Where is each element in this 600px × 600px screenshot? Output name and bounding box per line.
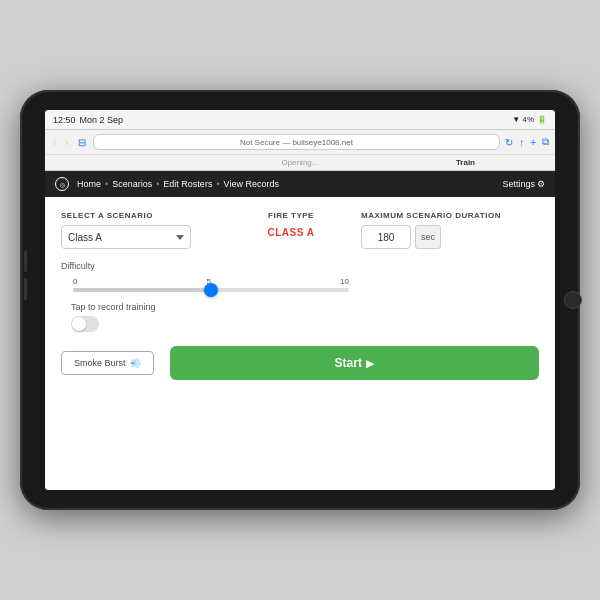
- slider-track[interactable]: [73, 288, 349, 292]
- bookmarks-button[interactable]: ⊟: [76, 137, 88, 148]
- difficulty-label: Difficulty: [61, 261, 539, 271]
- header-nav: ◎ Home • Scenarios • Edit Rosters • View…: [55, 177, 279, 191]
- status-bar: 12:50 Mon 2 Sep ▼ 4% 🔋: [45, 110, 555, 130]
- share-icon[interactable]: ↑: [519, 137, 524, 148]
- fire-type-value: CLASS A: [267, 227, 314, 238]
- start-button[interactable]: Start ▶: [170, 346, 539, 380]
- form-row: SELECT A SCENARIO Class A Class B Class …: [61, 211, 539, 249]
- smoke-icon: 💨: [130, 358, 141, 368]
- forward-button[interactable]: ›: [63, 137, 70, 148]
- battery-icon: 🔋: [537, 115, 547, 124]
- main-content: SELECT A SCENARIO Class A Class B Class …: [45, 197, 555, 490]
- toggle-switch[interactable]: [71, 316, 99, 332]
- screen: 12:50 Mon 2 Sep ▼ 4% 🔋 ‹ › ⊟ Not Secure …: [45, 110, 555, 490]
- smoke-burst-button[interactable]: Smoke Burst 💨: [61, 351, 154, 375]
- tap-label: Tap to record training: [71, 302, 539, 312]
- smoke-burst-label: Smoke Burst: [74, 358, 126, 368]
- slider-fill: [73, 288, 211, 292]
- difficulty-section: Difficulty 0 5 10: [61, 261, 539, 292]
- settings-button[interactable]: Settings ⚙: [502, 179, 545, 189]
- nav-edit-rosters[interactable]: Edit Rosters: [163, 179, 212, 189]
- nav-sep-3: •: [216, 179, 219, 189]
- logo-icon: ◎: [60, 181, 65, 188]
- nav-sep-2: •: [156, 179, 159, 189]
- volume-up-button: [24, 250, 27, 272]
- volume-down-button: [24, 278, 27, 300]
- date-display: Mon 2 Sep: [80, 115, 124, 125]
- max-duration-col: MAXIMUM SCENARIO DURATION sec: [361, 211, 539, 249]
- fire-type-label: FIRE TYPE: [268, 211, 314, 220]
- side-buttons: [24, 250, 27, 300]
- home-button[interactable]: [564, 291, 582, 309]
- app-header: ◎ Home • Scenarios • Edit Rosters • View…: [45, 171, 555, 197]
- address-text: Not Secure — bullseye1008.net: [240, 138, 353, 147]
- duration-input[interactable]: [361, 225, 411, 249]
- browser-tab-bar: Opening... Train: [45, 154, 555, 170]
- browser-bar: ‹ › ⊟ Not Secure — bullseye1008.net ↻ ↑ …: [45, 130, 555, 171]
- max-duration-label: MAXIMUM SCENARIO DURATION: [361, 211, 501, 220]
- browser-icons: ↻ ↑ + ⧉: [505, 136, 549, 148]
- address-bar[interactable]: Not Secure — bullseye1008.net: [93, 134, 500, 150]
- scenario-label: SELECT A SCENARIO: [61, 211, 153, 220]
- nav-home[interactable]: Home: [77, 179, 101, 189]
- browser-nav: ‹ › ⊟ Not Secure — bullseye1008.net ↻ ↑ …: [45, 130, 555, 154]
- nav-sep-1: •: [105, 179, 108, 189]
- tap-section: Tap to record training: [71, 302, 539, 332]
- scenario-select[interactable]: Class A Class B Class C: [61, 225, 191, 249]
- play-icon: ▶: [366, 358, 374, 369]
- back-button[interactable]: ‹: [51, 137, 58, 148]
- toggle-knob: [72, 317, 86, 331]
- new-tab-icon[interactable]: +: [530, 137, 536, 148]
- tablet-shell: 12:50 Mon 2 Sep ▼ 4% 🔋 ‹ › ⊟ Not Secure …: [20, 90, 580, 510]
- bottom-buttons: Smoke Burst 💨 Start ▶: [61, 346, 539, 380]
- start-label: Start: [335, 356, 362, 370]
- slider-container: 0 5 10: [71, 277, 351, 292]
- settings-label: Settings: [502, 179, 535, 189]
- slider-max-label: 10: [340, 277, 349, 286]
- active-tab[interactable]: Train: [456, 158, 475, 167]
- slider-min-label: 0: [73, 277, 77, 286]
- reload-icon[interactable]: ↻: [505, 137, 513, 148]
- duration-unit: sec: [415, 225, 441, 249]
- duration-row: sec: [361, 225, 441, 249]
- time-display: 12:50: [53, 115, 76, 125]
- tabs-icon[interactable]: ⧉: [542, 136, 549, 148]
- fire-type-col: FIRE TYPE CLASS A: [221, 211, 361, 238]
- nav-view-records[interactable]: View Records: [224, 179, 279, 189]
- nav-scenarios[interactable]: Scenarios: [112, 179, 152, 189]
- app-logo: ◎: [55, 177, 69, 191]
- loading-text: Opening...: [282, 158, 319, 167]
- wifi-icon: ▼ 4%: [512, 115, 534, 124]
- slider-thumb[interactable]: [204, 283, 218, 297]
- scenario-col: SELECT A SCENARIO Class A Class B Class …: [61, 211, 221, 249]
- gear-icon: ⚙: [537, 179, 545, 189]
